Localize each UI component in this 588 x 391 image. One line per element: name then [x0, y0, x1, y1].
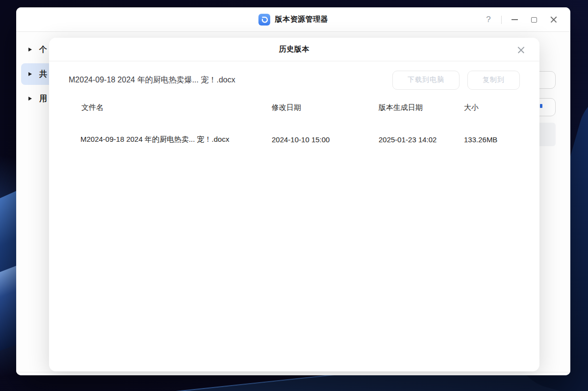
copy-to-button[interactable]: 复制到 — [467, 71, 520, 90]
dialog-title: 历史版本 — [279, 45, 309, 54]
sidebar-item-label: 个 — [39, 45, 47, 55]
window-title: 版本资源管理器 — [275, 15, 329, 24]
download-to-pc-button[interactable]: 下载到电脑 — [392, 71, 460, 90]
selected-file-row: M2024-09-18 2024 年的厨电热卖爆... 宠！.docx 下载到电… — [69, 70, 520, 90]
titlebar-divider — [501, 16, 502, 24]
maximize-button[interactable] — [524, 7, 544, 32]
cell-modified: 2024-10-10 15:00 — [272, 135, 330, 144]
help-button[interactable]: ? — [479, 7, 498, 32]
cell-filename: M2024-09-18 2024 年的厨电热卖... 宠！.docx — [80, 135, 229, 144]
sidebar-item-label: 共 — [39, 69, 47, 79]
titlebar: 版本资源管理器 ? — [16, 7, 570, 32]
app-window: 版本资源管理器 ? 个 — [16, 7, 570, 375]
column-header-modified: 修改日期 — [272, 103, 301, 112]
title-controls: ? — [479, 7, 563, 32]
close-icon — [517, 46, 525, 53]
caret-right-icon — [28, 97, 32, 101]
dialog-actions: 下载到电脑 复制到 — [392, 71, 520, 90]
caret-right-icon — [28, 48, 32, 52]
minimize-icon — [511, 19, 518, 20]
dialog-header: 历史版本 — [49, 38, 539, 61]
close-button[interactable] — [544, 7, 563, 32]
caret-right-icon — [28, 72, 32, 76]
desktop-wallpaper: 版本资源管理器 ? 个 — [0, 0, 588, 391]
background-button-accent-icon — [540, 104, 542, 108]
minimize-button[interactable] — [505, 7, 524, 32]
table-row[interactable]: M2024-09-18 2024 年的厨电热卖... 宠！.docx 2024-… — [49, 129, 539, 150]
version-table: 文件名 修改日期 版本生成日期 大小 M2024-09-18 2024 年的厨电… — [49, 97, 539, 150]
help-icon: ? — [486, 15, 490, 25]
cell-version-date: 2025-01-23 14:02 — [379, 135, 436, 144]
title-group: 版本资源管理器 — [258, 14, 329, 26]
history-version-dialog: 历史版本 M2024-09-18 2024 年的厨电热卖爆... 宠！.docx… — [49, 38, 539, 371]
close-icon — [550, 16, 557, 23]
column-header-filename: 文件名 — [81, 103, 103, 112]
statusbar-divider — [16, 372, 570, 372]
column-header-size: 大小 — [464, 103, 479, 112]
selected-file-name: M2024-09-18 2024 年的厨电热卖爆... 宠！.docx — [69, 75, 235, 85]
dialog-close-button[interactable] — [515, 44, 527, 55]
maximize-icon — [531, 17, 537, 23]
table-header-row: 文件名 修改日期 版本生成日期 大小 — [49, 97, 539, 118]
column-header-version-date: 版本生成日期 — [379, 103, 423, 112]
sidebar-item-label: 用 — [39, 94, 47, 104]
cell-size: 133.26MB — [464, 135, 497, 144]
app-history-icon — [258, 14, 270, 26]
